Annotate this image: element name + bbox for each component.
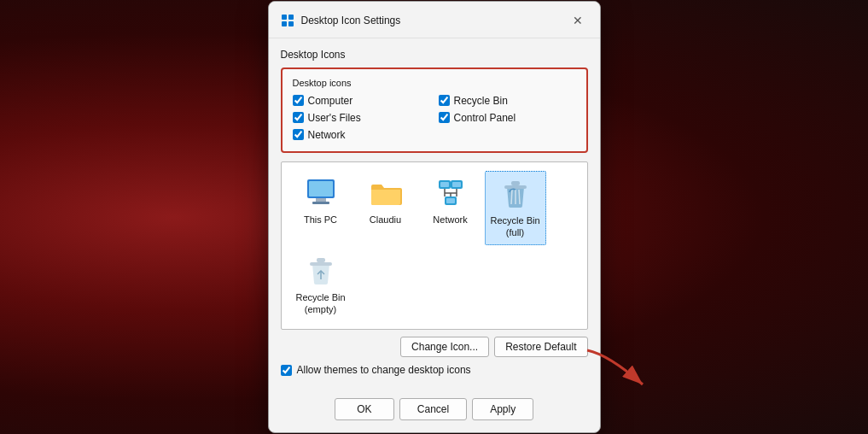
svg-rect-18 [504,185,527,189]
dialog-body: Desktop Icons Desktop icons Computer Rec… [269,38,600,398]
claudiu-label: Claudiu [370,214,401,226]
checkbox-recycle-bin-label: Recycle Bin [454,95,508,107]
desktop-icons-section-label: Desktop Icons [281,49,588,61]
recycle-bin-empty-icon [304,254,338,288]
svg-rect-11 [452,182,461,187]
recycle-bin-full-icon [498,177,533,211]
svg-rect-0 [282,15,287,20]
icon-claudiu[interactable]: Claudiu [355,171,417,245]
allow-themes-label: Allow themes to change desktop icons [297,364,471,376]
svg-rect-6 [316,198,326,202]
svg-rect-13 [446,198,455,203]
checkbox-computer-input[interactable] [293,95,304,106]
icons-panel: This PC Claudiu [281,161,588,330]
dialog-footer: OK Cancel Apply [269,398,600,432]
recycle-bin-empty-label: Recycle Bin(empty) [295,291,345,316]
checkbox-control-panel-label: Control Panel [454,112,516,124]
recycle-bin-full-label: Recycle Bin(full) [490,214,539,239]
close-button[interactable]: ✕ [568,10,588,31]
svg-rect-2 [282,21,287,26]
icons-grid: This PC Claudiu [290,171,579,320]
svg-rect-3 [288,21,294,26]
svg-rect-24 [317,258,325,262]
cancel-button[interactable]: Cancel [399,398,467,420]
ok-button[interactable]: OK [335,398,394,420]
desktop-icons-group: Desktop icons Computer Recycle Bin User'… [281,67,588,153]
icon-action-buttons: Change Icon... Restore Default [281,337,588,357]
allow-themes-input[interactable] [281,365,292,376]
checkbox-recycle-bin-input[interactable] [439,95,450,106]
svg-rect-5 [309,181,333,196]
group-legend: Desktop icons [293,78,576,88]
icon-recycle-bin-full[interactable]: Recycle Bin(full) [485,171,546,245]
network-label: Network [433,214,467,226]
checkbox-users-files-input[interactable] [293,112,304,123]
checkboxes-grid: Computer Recycle Bin User's Files Contro… [293,95,576,141]
checkbox-network-label: Network [308,129,346,141]
title-bar-left: Desktop Icon Settings [281,14,401,27]
icon-recycle-bin-empty[interactable]: Recycle Bin(empty) [290,249,352,321]
checkbox-control-panel-input[interactable] [439,112,450,123]
title-bar: Desktop Icon Settings ✕ [269,2,600,38]
dialog-title-icon [281,14,294,27]
network-icon [434,176,468,210]
desktop-icon-settings-dialog: Desktop Icon Settings ✕ Desktop Icons De… [268,1,601,433]
svg-rect-1 [288,15,294,20]
allow-themes-checkbox[interactable]: Allow themes to change desktop icons [281,364,588,376]
checkbox-recycle-bin[interactable]: Recycle Bin [439,95,576,107]
claudiu-icon [369,176,403,210]
checkbox-network-input[interactable] [293,129,304,140]
svg-line-22 [519,190,520,204]
change-icon-button[interactable]: Change Icon... [400,337,489,357]
this-pc-icon [304,176,338,210]
checkbox-computer[interactable]: Computer [293,95,430,107]
checkbox-computer-label: Computer [308,95,353,107]
checkbox-users-files-label: User's Files [308,112,361,124]
svg-rect-9 [440,182,449,187]
checkbox-control-panel[interactable]: Control Panel [439,112,576,124]
apply-button[interactable]: Apply [472,398,533,420]
dialog-title: Desktop Icon Settings [301,15,401,26]
icon-this-pc[interactable]: This PC [290,171,352,245]
svg-rect-7 [312,202,329,204]
svg-line-20 [511,190,512,204]
this-pc-label: This PC [304,214,337,226]
checkbox-users-files[interactable]: User's Files [293,112,430,124]
svg-rect-23 [310,262,332,266]
restore-default-button[interactable]: Restore Default [494,337,587,357]
checkbox-network[interactable]: Network [293,129,430,141]
svg-rect-19 [511,181,520,185]
icon-network[interactable]: Network [420,171,481,245]
